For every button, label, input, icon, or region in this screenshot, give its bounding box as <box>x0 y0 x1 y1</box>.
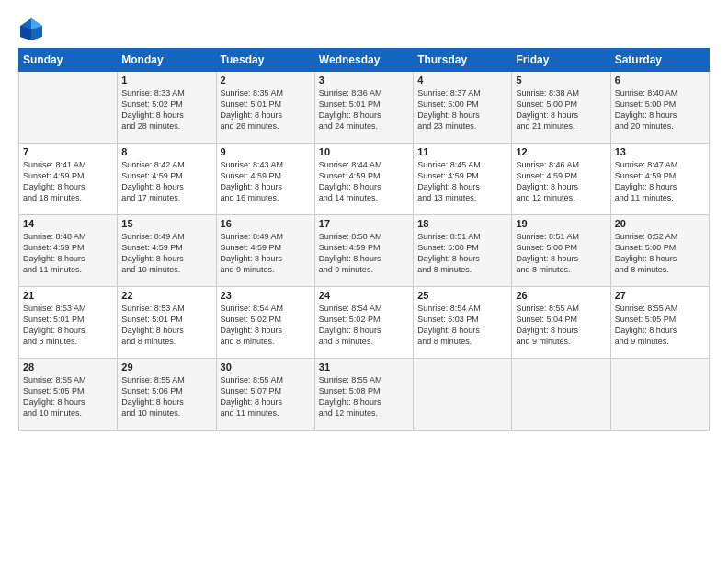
day-header-tuesday: Tuesday <box>216 49 314 72</box>
calendar-cell: 15Sunrise: 8:49 AM Sunset: 4:59 PM Dayli… <box>118 215 216 287</box>
week-row-2: 7Sunrise: 8:41 AM Sunset: 4:59 PM Daylig… <box>19 144 710 215</box>
day-number: 4 <box>417 75 507 86</box>
cell-info: Sunrise: 8:48 AM Sunset: 4:59 PM Dayligh… <box>23 231 113 276</box>
cell-info: Sunrise: 8:55 AM Sunset: 5:05 PM Dayligh… <box>615 303 705 348</box>
calendar-cell: 1Sunrise: 8:33 AM Sunset: 5:02 PM Daylig… <box>118 72 216 144</box>
calendar-cell: 9Sunrise: 8:43 AM Sunset: 4:59 PM Daylig… <box>216 144 314 215</box>
calendar-cell: 21Sunrise: 8:53 AM Sunset: 5:01 PM Dayli… <box>19 287 118 359</box>
day-number: 3 <box>319 75 409 86</box>
cell-info: Sunrise: 8:49 AM Sunset: 4:59 PM Dayligh… <box>121 231 211 276</box>
day-number: 15 <box>121 218 211 229</box>
cell-info: Sunrise: 8:49 AM Sunset: 4:59 PM Dayligh… <box>221 231 311 276</box>
calendar-cell: 25Sunrise: 8:54 AM Sunset: 5:03 PM Dayli… <box>414 287 512 359</box>
calendar-cell <box>414 359 512 431</box>
day-number: 19 <box>516 218 606 229</box>
calendar-cell: 14Sunrise: 8:48 AM Sunset: 4:59 PM Dayli… <box>19 215 118 287</box>
day-number: 16 <box>221 218 311 229</box>
cell-info: Sunrise: 8:52 AM Sunset: 5:00 PM Dayligh… <box>615 231 705 276</box>
calendar-cell: 13Sunrise: 8:47 AM Sunset: 4:59 PM Dayli… <box>610 144 709 215</box>
logo <box>18 17 46 42</box>
calendar-cell: 28Sunrise: 8:55 AM Sunset: 5:05 PM Dayli… <box>19 359 118 431</box>
day-number: 17 <box>319 218 409 229</box>
calendar-cell: 18Sunrise: 8:51 AM Sunset: 5:00 PM Dayli… <box>414 215 512 287</box>
cell-info: Sunrise: 8:55 AM Sunset: 5:07 PM Dayligh… <box>221 374 311 419</box>
cell-info: Sunrise: 8:44 AM Sunset: 4:59 PM Dayligh… <box>319 159 409 204</box>
cell-info: Sunrise: 8:54 AM Sunset: 5:03 PM Dayligh… <box>417 303 507 348</box>
cell-info: Sunrise: 8:53 AM Sunset: 5:01 PM Dayligh… <box>23 303 113 348</box>
logo-icon <box>18 17 44 42</box>
calendar-cell: 22Sunrise: 8:53 AM Sunset: 5:01 PM Dayli… <box>118 287 216 359</box>
cell-info: Sunrise: 8:47 AM Sunset: 4:59 PM Dayligh… <box>615 159 705 204</box>
day-number: 1 <box>121 75 211 86</box>
cell-info: Sunrise: 8:37 AM Sunset: 5:00 PM Dayligh… <box>417 87 507 132</box>
calendar-cell: 30Sunrise: 8:55 AM Sunset: 5:07 PM Dayli… <box>216 359 314 431</box>
calendar-cell: 8Sunrise: 8:42 AM Sunset: 4:59 PM Daylig… <box>118 144 216 215</box>
cell-info: Sunrise: 8:35 AM Sunset: 5:01 PM Dayligh… <box>221 87 311 132</box>
cell-info: Sunrise: 8:50 AM Sunset: 4:59 PM Dayligh… <box>319 231 409 276</box>
calendar-cell: 2Sunrise: 8:35 AM Sunset: 5:01 PM Daylig… <box>216 72 314 144</box>
day-number: 7 <box>23 146 113 157</box>
cell-info: Sunrise: 8:55 AM Sunset: 5:04 PM Dayligh… <box>516 303 606 348</box>
day-number: 5 <box>516 75 606 86</box>
day-number: 21 <box>23 290 113 301</box>
cell-info: Sunrise: 8:54 AM Sunset: 5:02 PM Dayligh… <box>221 303 311 348</box>
day-number: 26 <box>516 290 606 301</box>
cell-info: Sunrise: 8:54 AM Sunset: 5:02 PM Dayligh… <box>319 303 409 348</box>
calendar-header: SundayMondayTuesdayWednesdayThursdayFrid… <box>19 49 710 72</box>
calendar-cell: 5Sunrise: 8:38 AM Sunset: 5:00 PM Daylig… <box>512 72 610 144</box>
day-number: 22 <box>121 290 211 301</box>
calendar-cell: 17Sunrise: 8:50 AM Sunset: 4:59 PM Dayli… <box>314 215 413 287</box>
cell-info: Sunrise: 8:41 AM Sunset: 4:59 PM Dayligh… <box>23 159 113 204</box>
cell-info: Sunrise: 8:55 AM Sunset: 5:05 PM Dayligh… <box>23 374 113 419</box>
day-header-sunday: Sunday <box>19 49 118 72</box>
day-number: 11 <box>417 146 507 157</box>
week-row-5: 28Sunrise: 8:55 AM Sunset: 5:05 PM Dayli… <box>19 359 710 431</box>
cell-info: Sunrise: 8:46 AM Sunset: 4:59 PM Dayligh… <box>516 159 606 204</box>
calendar-cell: 31Sunrise: 8:55 AM Sunset: 5:08 PM Dayli… <box>314 359 413 431</box>
day-header-saturday: Saturday <box>610 49 709 72</box>
day-number: 9 <box>221 146 311 157</box>
day-number: 13 <box>615 146 705 157</box>
cell-info: Sunrise: 8:45 AM Sunset: 4:59 PM Dayligh… <box>417 159 507 204</box>
calendar-cell: 10Sunrise: 8:44 AM Sunset: 4:59 PM Dayli… <box>314 144 413 215</box>
day-header-wednesday: Wednesday <box>314 49 413 72</box>
calendar-table: SundayMondayTuesdayWednesdayThursdayFrid… <box>18 48 710 431</box>
calendar-cell: 4Sunrise: 8:37 AM Sunset: 5:00 PM Daylig… <box>414 72 512 144</box>
day-number: 23 <box>221 290 311 301</box>
header <box>18 17 710 42</box>
day-number: 25 <box>417 290 507 301</box>
calendar-cell: 19Sunrise: 8:51 AM Sunset: 5:00 PM Dayli… <box>512 215 610 287</box>
cell-info: Sunrise: 8:42 AM Sunset: 4:59 PM Dayligh… <box>121 159 211 204</box>
week-row-4: 21Sunrise: 8:53 AM Sunset: 5:01 PM Dayli… <box>19 287 710 359</box>
day-number: 12 <box>516 146 606 157</box>
day-number: 10 <box>319 146 409 157</box>
day-number: 29 <box>121 362 211 373</box>
week-row-1: 1Sunrise: 8:33 AM Sunset: 5:02 PM Daylig… <box>19 72 710 144</box>
day-header-friday: Friday <box>512 49 610 72</box>
calendar-cell: 12Sunrise: 8:46 AM Sunset: 4:59 PM Dayli… <box>512 144 610 215</box>
calendar-cell: 3Sunrise: 8:36 AM Sunset: 5:01 PM Daylig… <box>314 72 413 144</box>
day-number: 8 <box>121 146 211 157</box>
calendar-cell: 24Sunrise: 8:54 AM Sunset: 5:02 PM Dayli… <box>314 287 413 359</box>
calendar-cell <box>512 359 610 431</box>
day-number: 27 <box>615 290 705 301</box>
cell-info: Sunrise: 8:53 AM Sunset: 5:01 PM Dayligh… <box>121 303 211 348</box>
day-number: 30 <box>221 362 311 373</box>
cell-info: Sunrise: 8:38 AM Sunset: 5:00 PM Dayligh… <box>516 87 606 132</box>
calendar-cell: 23Sunrise: 8:54 AM Sunset: 5:02 PM Dayli… <box>216 287 314 359</box>
calendar-cell: 27Sunrise: 8:55 AM Sunset: 5:05 PM Dayli… <box>610 287 709 359</box>
day-header-thursday: Thursday <box>414 49 512 72</box>
calendar-cell <box>19 72 118 144</box>
calendar-cell: 16Sunrise: 8:49 AM Sunset: 4:59 PM Dayli… <box>216 215 314 287</box>
calendar-cell <box>610 359 709 431</box>
day-number: 18 <box>417 218 507 229</box>
calendar-cell: 29Sunrise: 8:55 AM Sunset: 5:06 PM Dayli… <box>118 359 216 431</box>
calendar-cell: 20Sunrise: 8:52 AM Sunset: 5:00 PM Dayli… <box>610 215 709 287</box>
week-row-3: 14Sunrise: 8:48 AM Sunset: 4:59 PM Dayli… <box>19 215 710 287</box>
day-number: 6 <box>615 75 705 86</box>
cell-info: Sunrise: 8:36 AM Sunset: 5:01 PM Dayligh… <box>319 87 409 132</box>
day-header-monday: Monday <box>118 49 216 72</box>
cell-info: Sunrise: 8:51 AM Sunset: 5:00 PM Dayligh… <box>516 231 606 276</box>
day-number: 28 <box>23 362 113 373</box>
calendar-cell: 26Sunrise: 8:55 AM Sunset: 5:04 PM Dayli… <box>512 287 610 359</box>
